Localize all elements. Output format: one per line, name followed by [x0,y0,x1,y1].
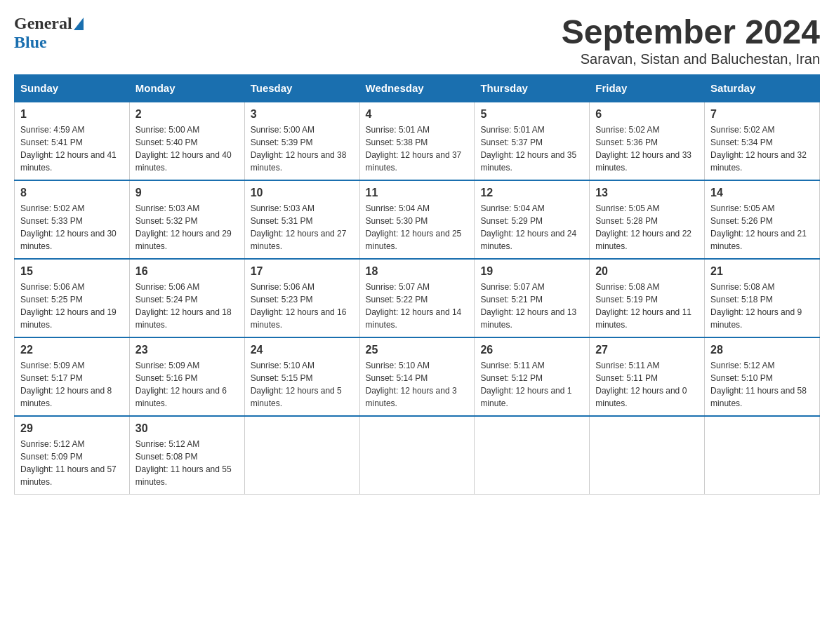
day-info: Sunrise: 5:07 AM Sunset: 5:22 PM Dayligh… [366,281,469,331]
sunset-text: Sunset: 5:24 PM [135,295,198,304]
day-number: 12 [480,187,583,199]
sunrise-text: Sunrise: 5:00 AM [251,125,315,135]
sunset-text: Sunset: 5:14 PM [366,373,428,383]
sunrise-text: Sunrise: 5:11 AM [480,361,544,370]
daylight-text: Daylight: 12 hours and 41 minutes. [20,150,117,173]
table-row: 3 Sunrise: 5:00 AM Sunset: 5:39 PM Dayli… [244,102,359,180]
sunset-text: Sunset: 5:11 PM [595,373,658,383]
header-wednesday: Wednesday [359,74,475,102]
sunrise-text: Sunrise: 5:04 AM [366,203,430,213]
day-number: 17 [251,265,354,278]
day-info: Sunrise: 5:06 AM Sunset: 5:24 PM Dayligh… [135,281,239,331]
daylight-text: Daylight: 12 hours and 24 minutes. [480,229,576,251]
day-number: 20 [595,265,699,278]
day-info: Sunrise: 5:02 AM Sunset: 5:36 PM Dayligh… [595,123,699,174]
table-row: 23 Sunrise: 5:09 AM Sunset: 5:16 PM Dayl… [129,337,244,416]
day-number: 7 [710,108,814,121]
sunrise-text: Sunrise: 5:02 AM [20,203,84,213]
day-info: Sunrise: 5:03 AM Sunset: 5:31 PM Dayligh… [251,202,354,253]
day-number: 18 [366,265,469,278]
day-info: Sunrise: 5:10 AM Sunset: 5:15 PM Dayligh… [251,359,354,410]
sunset-text: Sunset: 5:31 PM [251,216,313,226]
sunset-text: Sunset: 5:40 PM [135,137,198,147]
sunset-text: Sunset: 5:12 PM [480,373,543,383]
day-info: Sunrise: 5:00 AM Sunset: 5:40 PM Dayligh… [135,123,239,174]
table-row: 10 Sunrise: 5:03 AM Sunset: 5:31 PM Dayl… [244,180,359,259]
day-number: 24 [251,344,354,356]
day-info: Sunrise: 5:06 AM Sunset: 5:25 PM Dayligh… [20,281,124,331]
table-row [244,416,359,495]
table-row [359,416,475,495]
day-info: Sunrise: 5:11 AM Sunset: 5:12 PM Dayligh… [480,359,583,410]
day-info: Sunrise: 5:01 AM Sunset: 5:37 PM Dayligh… [480,123,583,174]
header-friday: Friday [590,74,705,102]
sunrise-text: Sunrise: 5:03 AM [251,203,315,213]
table-row: 12 Sunrise: 5:04 AM Sunset: 5:29 PM Dayl… [475,180,590,259]
sunset-text: Sunset: 5:16 PM [135,373,198,383]
day-number: 23 [135,344,239,356]
day-number: 22 [20,344,124,356]
day-number: 27 [595,344,699,356]
sunset-text: Sunset: 5:34 PM [710,137,773,147]
sunrise-text: Sunrise: 5:09 AM [20,361,84,370]
day-number: 6 [595,108,699,121]
header-saturday: Saturday [705,74,820,102]
sunrise-text: Sunrise: 5:05 AM [595,203,659,213]
sunset-text: Sunset: 5:21 PM [480,295,543,304]
day-number: 25 [366,344,469,356]
daylight-text: Daylight: 12 hours and 3 minutes. [366,386,457,408]
day-number: 29 [20,422,124,435]
weekday-header-row: Sunday Monday Tuesday Wednesday Thursday… [15,74,820,102]
daylight-text: Daylight: 12 hours and 0 minutes. [595,386,687,408]
sunset-text: Sunset: 5:30 PM [366,216,428,226]
day-number: 30 [135,422,239,435]
calendar-week-row: 8 Sunrise: 5:02 AM Sunset: 5:33 PM Dayli… [15,180,820,259]
day-number: 13 [595,187,699,199]
daylight-text: Daylight: 12 hours and 9 minutes. [710,307,802,330]
table-row: 11 Sunrise: 5:04 AM Sunset: 5:30 PM Dayl… [359,180,475,259]
sunrise-text: Sunrise: 5:02 AM [710,125,774,135]
day-number: 16 [135,265,239,278]
day-number: 8 [20,187,124,199]
sunrise-text: Sunrise: 5:06 AM [20,282,84,292]
sunset-text: Sunset: 5:25 PM [20,295,83,304]
calendar-week-row: 22 Sunrise: 5:09 AM Sunset: 5:17 PM Dayl… [15,337,820,416]
table-row: 2 Sunrise: 5:00 AM Sunset: 5:40 PM Dayli… [129,102,244,180]
sunrise-text: Sunrise: 5:12 AM [135,439,199,449]
table-row: 17 Sunrise: 5:06 AM Sunset: 5:23 PM Dayl… [244,259,359,337]
table-row: 27 Sunrise: 5:11 AM Sunset: 5:11 PM Dayl… [590,337,705,416]
table-row: 4 Sunrise: 5:01 AM Sunset: 5:38 PM Dayli… [359,102,475,180]
daylight-text: Daylight: 12 hours and 38 minutes. [251,150,347,173]
table-row: 1 Sunrise: 4:59 AM Sunset: 5:41 PM Dayli… [15,102,130,180]
daylight-text: Daylight: 12 hours and 32 minutes. [710,150,807,173]
table-row: 22 Sunrise: 5:09 AM Sunset: 5:17 PM Dayl… [15,337,130,416]
sunset-text: Sunset: 5:23 PM [251,295,313,304]
daylight-text: Daylight: 12 hours and 25 minutes. [366,229,462,251]
day-number: 4 [366,108,469,121]
table-row: 19 Sunrise: 5:07 AM Sunset: 5:21 PM Dayl… [475,259,590,337]
sunrise-text: Sunrise: 5:09 AM [135,361,199,370]
day-number: 26 [480,344,583,356]
day-info: Sunrise: 5:02 AM Sunset: 5:34 PM Dayligh… [710,123,814,174]
sunset-text: Sunset: 5:28 PM [595,216,658,226]
sunrise-text: Sunrise: 5:10 AM [251,361,315,370]
day-number: 9 [135,187,239,199]
day-number: 21 [710,265,814,278]
day-info: Sunrise: 5:08 AM Sunset: 5:19 PM Dayligh… [595,281,699,331]
sunrise-text: Sunrise: 5:03 AM [135,203,199,213]
sunrise-text: Sunrise: 5:01 AM [480,125,544,135]
calendar-week-row: 29 Sunrise: 5:12 AM Sunset: 5:09 PM Dayl… [15,416,820,495]
day-info: Sunrise: 5:10 AM Sunset: 5:14 PM Dayligh… [366,359,469,410]
daylight-text: Daylight: 12 hours and 37 minutes. [366,150,462,173]
daylight-text: Daylight: 12 hours and 21 minutes. [710,229,807,251]
table-row: 8 Sunrise: 5:02 AM Sunset: 5:33 PM Dayli… [15,180,130,259]
daylight-text: Daylight: 12 hours and 27 minutes. [251,229,347,251]
table-row: 24 Sunrise: 5:10 AM Sunset: 5:15 PM Dayl… [244,337,359,416]
calendar-week-row: 15 Sunrise: 5:06 AM Sunset: 5:25 PM Dayl… [15,259,820,337]
day-number: 1 [20,108,124,121]
table-row: 9 Sunrise: 5:03 AM Sunset: 5:32 PM Dayli… [129,180,244,259]
sunrise-text: Sunrise: 5:07 AM [480,282,544,292]
daylight-text: Daylight: 12 hours and 14 minutes. [366,307,462,330]
day-info: Sunrise: 5:12 AM Sunset: 5:08 PM Dayligh… [135,438,239,488]
day-info: Sunrise: 5:12 AM Sunset: 5:10 PM Dayligh… [710,359,814,410]
